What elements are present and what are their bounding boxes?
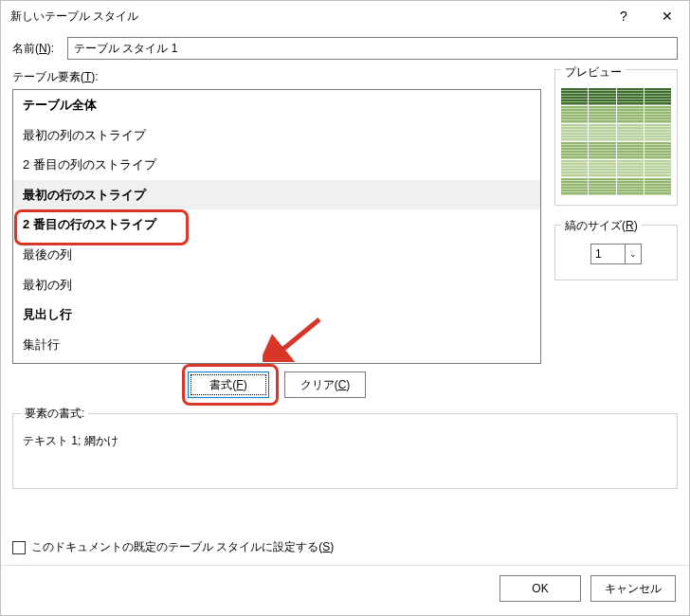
dialog-footer: OK キャンセル bbox=[1, 565, 689, 615]
table-elements-list[interactable]: テーブル全体最初の列のストライプ2 番目の列のストライプ最初の行のストライプ2 … bbox=[12, 89, 541, 364]
stripe-size-input[interactable] bbox=[590, 244, 625, 264]
list-item[interactable]: 最初の列 bbox=[13, 270, 540, 300]
chevron-down-icon: ⌄ bbox=[629, 249, 637, 259]
stripe-size-label: 縞のサイズ(R) bbox=[561, 218, 642, 234]
set-default-row[interactable]: このドキュメントの既定のテーブル スタイルに設定する(S) bbox=[1, 530, 689, 565]
name-label: 名前(N): bbox=[12, 41, 67, 57]
ok-button[interactable]: OK bbox=[499, 575, 581, 602]
list-item[interactable]: 集計行 bbox=[13, 330, 540, 360]
dialog-title: 新しいテーブル スタイル bbox=[10, 9, 602, 25]
close-icon: ✕ bbox=[662, 9, 673, 24]
set-default-checkbox[interactable] bbox=[12, 541, 26, 554]
preview-table bbox=[561, 88, 671, 195]
list-item[interactable]: 見出し行 bbox=[13, 299, 540, 330]
name-row: 名前(N): bbox=[12, 37, 678, 60]
name-input[interactable] bbox=[67, 37, 678, 60]
stripe-size-spinner[interactable]: ⌄ bbox=[625, 244, 642, 264]
element-format-title: 要素の書式: bbox=[21, 406, 88, 422]
help-button[interactable]: ? bbox=[602, 1, 645, 31]
list-item[interactable]: 2 番目の行のストライプ bbox=[13, 209, 540, 240]
table-elements-label: テーブル要素(T): bbox=[12, 69, 541, 85]
list-item[interactable]: テーブル全体 bbox=[13, 90, 540, 120]
element-format-group: 要素の書式: テキスト 1; 網かけ bbox=[12, 413, 678, 489]
list-item[interactable]: 最初の行のストライプ bbox=[13, 180, 540, 210]
help-icon: ? bbox=[620, 9, 627, 24]
format-button[interactable]: 書式(F) bbox=[188, 371, 269, 398]
titlebar: 新しいテーブル スタイル ? ✕ bbox=[1, 1, 689, 31]
list-item[interactable]: 2 番目の列のストライプ bbox=[13, 150, 540, 180]
new-table-style-dialog: 新しいテーブル スタイル ? ✕ 名前(N): テーブル要素(T): テーブル全… bbox=[0, 0, 690, 616]
list-item[interactable]: 最後の列 bbox=[13, 240, 540, 270]
clear-button[interactable]: クリア(C) bbox=[284, 371, 366, 398]
element-format-text: テキスト 1; 網かけ bbox=[23, 433, 667, 449]
close-button[interactable]: ✕ bbox=[645, 1, 689, 31]
stripe-size-group: 縞のサイズ(R) ⌄ bbox=[554, 225, 678, 281]
set-default-label: このドキュメントの既定のテーブル スタイルに設定する(S) bbox=[31, 539, 334, 555]
preview-group: プレビュー bbox=[554, 69, 678, 206]
cancel-button[interactable]: キャンセル bbox=[590, 575, 676, 602]
list-item[interactable]: 最初の列のストライプ bbox=[13, 120, 540, 151]
preview-title: プレビュー bbox=[561, 64, 626, 81]
